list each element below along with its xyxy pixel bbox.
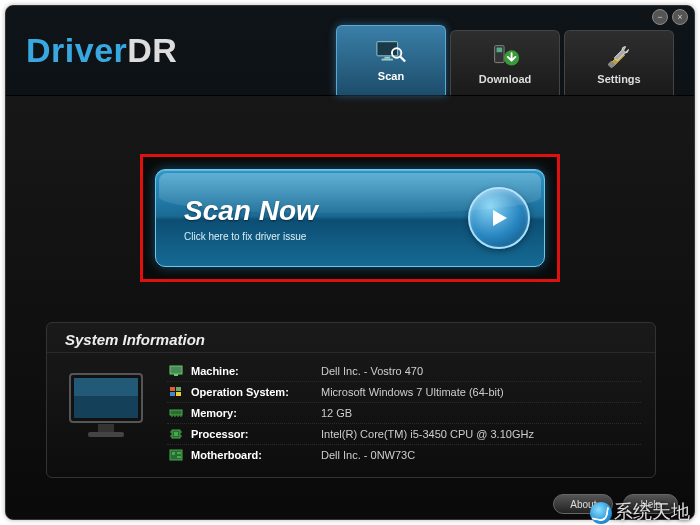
svg-rect-2 [382, 59, 393, 61]
monitor-search-icon [375, 39, 407, 67]
about-label: About [570, 499, 596, 510]
system-info-body: Machine: Dell Inc. - Vostro 470 Operatio… [47, 353, 655, 477]
scan-title: Scan Now [184, 195, 318, 227]
header: DriverDR Scan Download Settings [6, 6, 694, 96]
row-memory: Memory: 12 GB [167, 403, 641, 424]
download-icon [489, 42, 521, 70]
processor-value: Intel(R) Core(TM) i5-3450 CPU @ 3.10GHz [321, 428, 534, 440]
app-window: − × DriverDR Scan Download [5, 5, 695, 520]
nav-tabs: Scan Download Settings [336, 6, 674, 95]
svg-rect-31 [170, 450, 182, 460]
system-info-table: Machine: Dell Inc. - Vostro 470 Operatio… [167, 361, 641, 465]
tab-scan-label: Scan [378, 70, 404, 82]
svg-rect-6 [497, 47, 503, 52]
footer: About Help [553, 494, 678, 514]
motherboard-icon [167, 448, 185, 462]
tab-download[interactable]: Download [450, 30, 560, 95]
play-arrow-icon [468, 187, 530, 249]
system-info-panel: System Information Machine: Dell Inc. - … [46, 322, 656, 478]
processor-label: Processor: [191, 428, 321, 440]
window-controls: − × [652, 9, 688, 25]
machine-icon [167, 364, 185, 378]
tools-icon [603, 42, 635, 70]
memory-value: 12 GB [321, 407, 352, 419]
svg-line-4 [400, 57, 405, 62]
svg-rect-15 [174, 374, 178, 376]
close-button[interactable]: × [672, 9, 688, 25]
tab-settings-label: Settings [597, 73, 640, 85]
main-content: Scan Now Click here to fix driver issue … [6, 96, 694, 488]
svg-rect-26 [174, 432, 178, 436]
machine-value: Dell Inc. - Vostro 470 [321, 365, 423, 377]
tab-scan[interactable]: Scan [336, 25, 446, 95]
svg-rect-33 [177, 452, 181, 454]
svg-rect-13 [88, 432, 124, 437]
scan-subtitle: Click here to fix driver issue [184, 231, 318, 242]
svg-rect-18 [170, 392, 175, 396]
minimize-button[interactable]: − [652, 9, 668, 25]
svg-rect-20 [170, 410, 182, 415]
app-logo: DriverDR [26, 31, 177, 70]
os-icon [167, 385, 185, 399]
scan-highlight-box: Scan Now Click here to fix driver issue [140, 154, 560, 282]
svg-rect-32 [172, 452, 175, 455]
os-value: Microsoft Windows 7 Ultimate (64-bit) [321, 386, 504, 398]
scan-text-block: Scan Now Click here to fix driver issue [184, 195, 318, 242]
svg-rect-14 [170, 366, 182, 374]
svg-rect-34 [177, 456, 181, 458]
monitor-icon [61, 361, 153, 453]
motherboard-label: Motherboard: [191, 449, 321, 461]
logo-text-a: Driver [26, 31, 127, 69]
os-label: Operation System: [191, 386, 321, 398]
row-motherboard: Motherboard: Dell Inc. - 0NW73C [167, 445, 641, 465]
logo-text-b: DR [127, 31, 177, 69]
scan-now-button[interactable]: Scan Now Click here to fix driver issue [155, 169, 545, 267]
row-processor: Processor: Intel(R) Core(TM) i5-3450 CPU… [167, 424, 641, 445]
svg-rect-16 [170, 387, 175, 391]
system-info-title: System Information [47, 323, 655, 353]
svg-rect-1 [384, 57, 390, 59]
memory-label: Memory: [191, 407, 321, 419]
machine-label: Machine: [191, 365, 321, 377]
row-machine: Machine: Dell Inc. - Vostro 470 [167, 361, 641, 382]
row-os: Operation System: Microsoft Windows 7 Ul… [167, 382, 641, 403]
help-label: Help [640, 499, 661, 510]
memory-icon [167, 406, 185, 420]
tab-download-label: Download [479, 73, 532, 85]
about-button[interactable]: About [553, 494, 613, 514]
cpu-icon [167, 427, 185, 441]
svg-rect-19 [176, 392, 181, 396]
svg-rect-11 [74, 378, 138, 396]
svg-rect-17 [176, 387, 181, 391]
tab-settings[interactable]: Settings [564, 30, 674, 95]
motherboard-value: Dell Inc. - 0NW73C [321, 449, 415, 461]
svg-rect-12 [98, 424, 114, 432]
help-button[interactable]: Help [623, 494, 678, 514]
